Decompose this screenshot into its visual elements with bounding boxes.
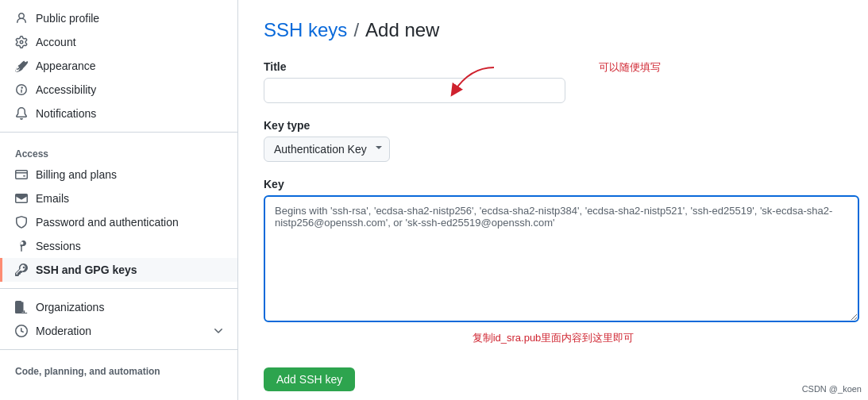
sidebar-item-emails[interactable]: Emails [0,187,237,210]
sidebar-item-notifications[interactable]: Notifications [0,102,237,125]
shield-icon [15,216,28,229]
sidebar-item-public-profile[interactable]: Public profile [0,6,237,30]
sidebar-item-label: Moderation [36,325,91,337]
sidebar-item-label: Account [36,36,76,48]
sidebar-item-label: SSH and GPG keys [36,263,137,276]
section-access-label: Access [0,139,237,163]
chevron-down-icon [212,325,225,337]
breadcrumb-separator: / [353,19,359,41]
key-label: Key [264,178,843,190]
sidebar: Public profile Account Appearance Access… [0,0,238,400]
title-annotation: 可以随便填写 [599,60,661,75]
sidebar-item-sessions[interactable]: Sessions [0,234,237,258]
accessibility-icon [15,83,28,96]
divider-3 [0,349,237,350]
broadcast-icon [15,240,28,252]
title-label: Title [264,60,843,73]
sidebar-item-appearance[interactable]: Appearance [0,54,237,78]
add-ssh-key-button[interactable]: Add SSH key [264,367,355,391]
breadcrumb-rest: Add new [365,19,439,41]
sidebar-item-label: Public profile [36,12,99,25]
sidebar-item-label: Accessibility [36,83,96,96]
sidebar-item-moderation[interactable]: Moderation [0,319,237,343]
sidebar-item-password[interactable]: Password and authentication [0,210,237,234]
key-annotation: 复制id_sra.pub里面内容到这里即可 [264,331,843,345]
key-area-wrapper: Begins with 'ssh-rsa', 'ecdsa-sha2-nistp… [264,195,843,345]
mail-icon [15,192,28,205]
page-title: SSH keys / Add new [264,19,843,41]
watermark: CSDN @_koen [802,384,862,394]
section-code-label: Code, planning, and automation [0,356,237,380]
key-type-select-wrapper: Authentication Key Signing Key [264,137,390,162]
title-group: Title 可以随便填写 [264,60,843,103]
gear-icon [15,36,28,48]
moderation-left: Moderation [15,325,91,337]
divider [0,132,237,133]
sidebar-item-ssh-gpg[interactable]: SSH and GPG keys [0,258,237,282]
sidebar-item-organizations[interactable]: Organizations [0,295,237,319]
title-area: 可以随便填写 [264,78,565,103]
person-icon [15,12,28,25]
sidebar-item-label: Billing and plans [36,168,117,181]
key-type-select[interactable]: Authentication Key Signing Key [264,137,390,162]
sidebar-item-label: Emails [36,192,69,205]
sidebar-item-account[interactable]: Account [0,30,237,54]
key-group: Key Begins with 'ssh-rsa', 'ecdsa-sha2-n… [264,178,843,345]
credit-card-icon [15,168,28,181]
bell-icon [15,107,28,120]
key-icon [15,263,28,276]
breadcrumb-link[interactable]: SSH keys [264,19,347,41]
org-icon [15,301,28,313]
sidebar-item-label: Notifications [36,107,96,120]
main-content: SSH keys / Add new Title 可以随便填写 Key type [238,0,868,400]
sidebar-item-label: Sessions [36,240,81,252]
key-type-group: Key type Authentication Key Signing Key [264,119,843,162]
sidebar-item-billing[interactable]: Billing and plans [0,163,237,187]
divider-2 [0,288,237,289]
key-type-label: Key type [264,119,843,132]
sidebar-item-label: Appearance [36,60,96,72]
sidebar-item-label: Password and authentication [36,216,179,229]
sidebar-item-accessibility[interactable]: Accessibility [0,78,237,102]
paintbrush-icon [15,60,28,72]
sidebar-item-label: Organizations [36,301,104,313]
title-input[interactable] [264,78,565,103]
key-textarea[interactable]: Begins with 'ssh-rsa', 'ecdsa-sha2-nistp… [264,195,859,322]
moderation-icon [15,325,28,337]
